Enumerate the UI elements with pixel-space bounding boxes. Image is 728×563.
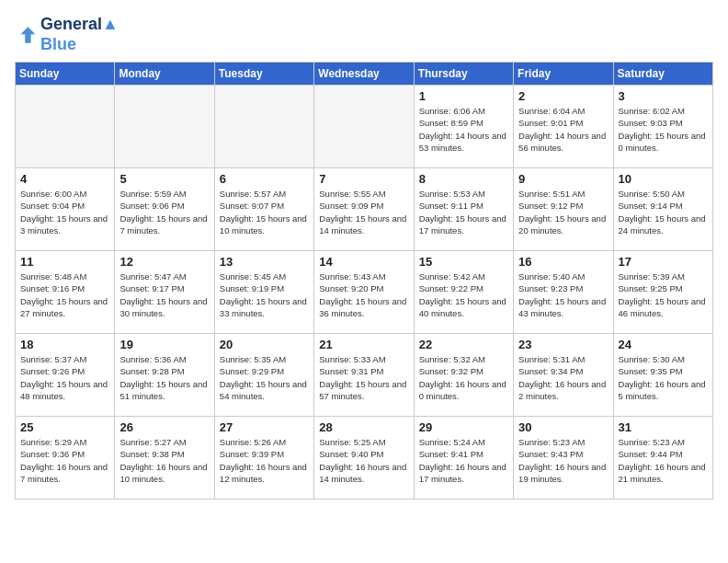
day-cell: 19Sunrise: 5:36 AMSunset: 9:28 PMDayligh…: [115, 334, 214, 417]
day-info: Sunrise: 6:00 AMSunset: 9:04 PMDaylight:…: [20, 188, 109, 236]
day-cell: 4Sunrise: 6:00 AMSunset: 9:04 PMDaylight…: [16, 168, 115, 251]
svg-marker-0: [20, 27, 35, 43]
calendar-table: SundayMondayTuesdayWednesdayThursdayFrid…: [15, 62, 713, 500]
day-info: Sunrise: 5:26 AMSunset: 9:39 PMDaylight:…: [220, 436, 309, 485]
day-cell: 26Sunrise: 5:27 AMSunset: 9:38 PMDayligh…: [115, 417, 214, 500]
day-number: 21: [319, 338, 408, 351]
day-cell: 27Sunrise: 5:26 AMSunset: 9:39 PMDayligh…: [214, 417, 313, 500]
day-info: Sunrise: 5:40 AMSunset: 9:23 PMDaylight:…: [518, 270, 608, 319]
col-header-friday: Friday: [514, 63, 613, 86]
day-number: 17: [619, 255, 708, 269]
day-cell: 24Sunrise: 5:30 AMSunset: 9:35 PMDayligh…: [613, 334, 712, 417]
day-info: Sunrise: 5:30 AMSunset: 9:35 PMDaylight:…: [619, 353, 708, 402]
day-number: 18: [20, 338, 109, 351]
day-number: 23: [518, 338, 608, 351]
day-info: Sunrise: 5:55 AMSunset: 9:09 PMDaylight:…: [319, 188, 408, 236]
day-info: Sunrise: 5:25 AMSunset: 9:40 PMDaylight:…: [319, 436, 408, 485]
day-cell: 22Sunrise: 5:32 AMSunset: 9:32 PMDayligh…: [414, 334, 513, 417]
week-row-3: 11Sunrise: 5:48 AMSunset: 9:16 PMDayligh…: [16, 251, 713, 334]
day-info: Sunrise: 5:27 AMSunset: 9:38 PMDaylight:…: [119, 436, 209, 485]
day-info: Sunrise: 5:37 AMSunset: 9:26 PMDaylight:…: [20, 353, 109, 402]
day-info: Sunrise: 6:06 AMSunset: 8:59 PMDaylight:…: [419, 105, 508, 154]
header-row: SundayMondayTuesdayWednesdayThursdayFrid…: [16, 63, 713, 86]
day-number: 1: [419, 89, 508, 103]
day-info: Sunrise: 5:32 AMSunset: 9:32 PMDaylight:…: [419, 353, 508, 402]
day-info: Sunrise: 5:51 AMSunset: 9:12 PMDaylight:…: [518, 188, 608, 236]
day-cell: 8Sunrise: 5:53 AMSunset: 9:11 PMDaylight…: [414, 168, 513, 251]
day-cell: 3Sunrise: 6:02 AMSunset: 9:03 PMDaylight…: [613, 86, 712, 168]
day-number: 4: [20, 172, 109, 186]
day-cell: 7Sunrise: 5:55 AMSunset: 9:09 PMDaylight…: [314, 168, 414, 251]
day-cell: 20Sunrise: 5:35 AMSunset: 9:29 PMDayligh…: [214, 334, 313, 417]
day-number: 11: [20, 255, 109, 269]
day-info: Sunrise: 5:23 AMSunset: 9:44 PMDaylight:…: [619, 436, 708, 485]
week-row-4: 18Sunrise: 5:37 AMSunset: 9:26 PMDayligh…: [16, 334, 713, 417]
day-cell: 2Sunrise: 6:04 AMSunset: 9:01 PMDaylight…: [514, 86, 613, 168]
page-header: General▲Blue: [15, 15, 713, 54]
day-cell: 14Sunrise: 5:43 AMSunset: 9:20 PMDayligh…: [314, 251, 414, 334]
day-info: Sunrise: 5:48 AMSunset: 9:16 PMDaylight:…: [20, 270, 109, 319]
day-number: 6: [220, 172, 309, 186]
day-info: Sunrise: 5:53 AMSunset: 9:11 PMDaylight:…: [419, 188, 508, 236]
logo: General▲Blue: [15, 15, 119, 54]
day-number: 19: [119, 338, 209, 351]
day-info: Sunrise: 5:59 AMSunset: 9:06 PMDaylight:…: [119, 188, 209, 236]
day-cell: [16, 86, 115, 168]
day-number: 20: [220, 338, 309, 351]
week-row-1: 1Sunrise: 6:06 AMSunset: 8:59 PMDaylight…: [16, 86, 713, 168]
day-number: 24: [619, 338, 708, 351]
day-info: Sunrise: 5:33 AMSunset: 9:31 PMDaylight:…: [319, 353, 408, 402]
day-number: 16: [518, 255, 608, 269]
day-cell: 29Sunrise: 5:24 AMSunset: 9:41 PMDayligh…: [414, 417, 513, 500]
day-number: 25: [20, 420, 109, 434]
day-info: Sunrise: 5:47 AMSunset: 9:17 PMDaylight:…: [119, 270, 209, 319]
day-info: Sunrise: 5:29 AMSunset: 9:36 PMDaylight:…: [20, 436, 109, 485]
day-cell: 12Sunrise: 5:47 AMSunset: 9:17 PMDayligh…: [115, 251, 214, 334]
day-cell: 21Sunrise: 5:33 AMSunset: 9:31 PMDayligh…: [314, 334, 414, 417]
day-info: Sunrise: 5:42 AMSunset: 9:22 PMDaylight:…: [419, 270, 508, 319]
col-header-monday: Monday: [115, 63, 214, 86]
day-number: 31: [619, 420, 708, 434]
day-cell: 10Sunrise: 5:50 AMSunset: 9:14 PMDayligh…: [613, 168, 712, 251]
day-cell: 25Sunrise: 5:29 AMSunset: 9:36 PMDayligh…: [16, 417, 115, 500]
day-number: 22: [419, 338, 508, 351]
day-info: Sunrise: 5:50 AMSunset: 9:14 PMDaylight:…: [619, 188, 708, 236]
day-cell: 31Sunrise: 5:23 AMSunset: 9:44 PMDayligh…: [613, 417, 712, 500]
day-number: 9: [518, 172, 608, 186]
day-info: Sunrise: 6:04 AMSunset: 9:01 PMDaylight:…: [518, 105, 608, 154]
col-header-thursday: Thursday: [414, 63, 513, 86]
day-info: Sunrise: 5:57 AMSunset: 9:07 PMDaylight:…: [220, 188, 309, 236]
day-cell: 16Sunrise: 5:40 AMSunset: 9:23 PMDayligh…: [514, 251, 613, 334]
day-cell: 11Sunrise: 5:48 AMSunset: 9:16 PMDayligh…: [16, 251, 115, 334]
logo-text: General▲Blue: [40, 15, 119, 54]
day-cell: [214, 86, 313, 168]
col-header-sunday: Sunday: [16, 63, 115, 86]
day-cell: 13Sunrise: 5:45 AMSunset: 9:19 PMDayligh…: [214, 251, 313, 334]
day-number: 28: [319, 420, 408, 434]
day-cell: 17Sunrise: 5:39 AMSunset: 9:25 PMDayligh…: [613, 251, 712, 334]
day-info: Sunrise: 5:35 AMSunset: 9:29 PMDaylight:…: [220, 353, 309, 402]
day-number: 15: [419, 255, 508, 269]
day-info: Sunrise: 5:36 AMSunset: 9:28 PMDaylight:…: [119, 353, 209, 402]
day-number: 7: [319, 172, 408, 186]
day-info: Sunrise: 5:39 AMSunset: 9:25 PMDaylight:…: [619, 270, 708, 319]
day-info: Sunrise: 6:02 AMSunset: 9:03 PMDaylight:…: [619, 105, 708, 154]
col-header-wednesday: Wednesday: [314, 63, 414, 86]
day-cell: 18Sunrise: 5:37 AMSunset: 9:26 PMDayligh…: [16, 334, 115, 417]
day-cell: 5Sunrise: 5:59 AMSunset: 9:06 PMDaylight…: [115, 168, 214, 251]
day-cell: 23Sunrise: 5:31 AMSunset: 9:34 PMDayligh…: [514, 334, 613, 417]
day-info: Sunrise: 5:23 AMSunset: 9:43 PMDaylight:…: [518, 436, 608, 485]
day-cell: 28Sunrise: 5:25 AMSunset: 9:40 PMDayligh…: [314, 417, 414, 500]
day-number: 26: [119, 420, 209, 434]
day-cell: 30Sunrise: 5:23 AMSunset: 9:43 PMDayligh…: [514, 417, 613, 500]
day-info: Sunrise: 5:24 AMSunset: 9:41 PMDaylight:…: [419, 436, 508, 485]
day-number: 27: [220, 420, 309, 434]
week-row-2: 4Sunrise: 6:00 AMSunset: 9:04 PMDaylight…: [16, 168, 713, 251]
day-cell: 15Sunrise: 5:42 AMSunset: 9:22 PMDayligh…: [414, 251, 513, 334]
day-number: 14: [319, 255, 408, 269]
day-cell: [115, 86, 214, 168]
day-info: Sunrise: 5:43 AMSunset: 9:20 PMDaylight:…: [319, 270, 408, 319]
day-cell: 6Sunrise: 5:57 AMSunset: 9:07 PMDaylight…: [214, 168, 313, 251]
day-number: 12: [119, 255, 209, 269]
col-header-saturday: Saturday: [613, 63, 712, 86]
